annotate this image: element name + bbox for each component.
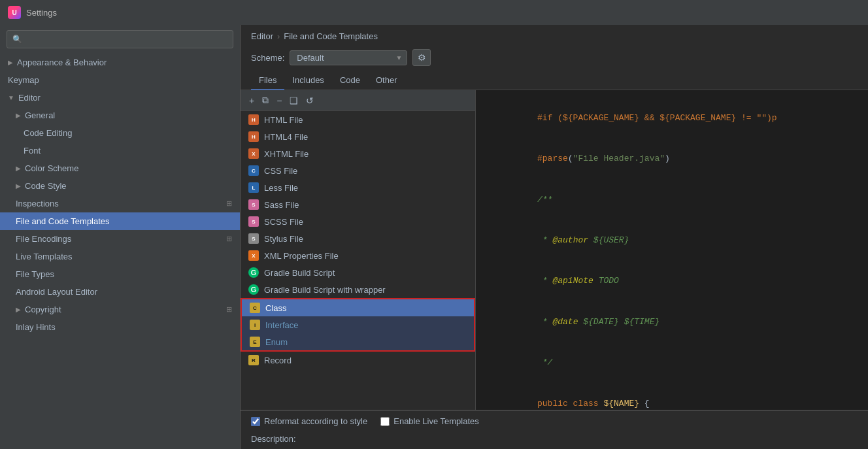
sidebar-item-label: File and Code Templates (16, 216, 110, 226)
sidebar-item-inlay-hints[interactable]: Inlay Hints (0, 318, 240, 336)
sidebar-item-file-and-code-templates[interactable]: File and Code Templates (0, 212, 240, 230)
file-item-less[interactable]: L Less File (241, 179, 475, 196)
sidebar-item-file-encodings[interactable]: File Encodings ⊞ (0, 230, 240, 248)
chevron-right-icon: ▶ (16, 165, 21, 172)
file-item-record[interactable]: R Record (241, 352, 475, 369)
file-item-scss[interactable]: S SCSS File (241, 213, 475, 230)
xhtml-file-icon: X (248, 148, 259, 159)
file-item-css[interactable]: C CSS File (241, 162, 475, 179)
interface-file-icon: I (250, 320, 260, 330)
reset-template-button[interactable]: ↺ (303, 93, 317, 108)
tabs-row: Files Includes Code Other (241, 71, 868, 90)
description-label: Description: (251, 434, 296, 444)
search-input[interactable] (26, 35, 227, 44)
breadcrumb-parent: Editor (251, 31, 273, 41)
content-area: + ⧉ − ❑ ↺ H HTML File H HTML4 File (241, 90, 868, 410)
file-item-label: Stylus File (264, 234, 303, 244)
tab-other[interactable]: Other (368, 71, 405, 90)
sidebar-item-label: Code Style (25, 181, 67, 191)
record-file-icon: R (248, 355, 259, 365)
live-templates-checkbox[interactable] (380, 417, 390, 426)
tab-code[interactable]: Code (332, 71, 368, 90)
file-item-xhtml[interactable]: X XHTML File (241, 145, 475, 162)
sidebar-item-label: General (25, 110, 55, 120)
code-line-7: */ (486, 342, 858, 383)
sidebar-item-color-scheme[interactable]: ▶ Color Scheme (0, 159, 240, 177)
sidebar-item-label: File Encodings (16, 234, 71, 244)
title-bar: U Settings (0, 0, 868, 25)
file-item-html4[interactable]: H HTML4 File (241, 128, 475, 145)
toolbar: + ⧉ − ❑ ↺ (241, 90, 475, 111)
less-file-icon: L (248, 182, 259, 193)
code-line-3: /** (486, 180, 858, 220)
file-item-xml-properties[interactable]: X XML Properties File (241, 247, 475, 264)
reformat-checkbox[interactable] (251, 417, 260, 426)
sidebar-item-file-types[interactable]: File Types (0, 265, 240, 283)
scheme-row: Scheme: Default ▼ ⚙ (241, 45, 868, 71)
tab-files[interactable]: Files (251, 71, 284, 90)
gear-button[interactable]: ⚙ (412, 49, 431, 66)
gradle-wrapper-file-icon: G (248, 284, 259, 295)
sidebar-item-code-editing[interactable]: Code Editing (0, 124, 240, 142)
sidebar-item-inspections[interactable]: Inspections ⊞ (0, 195, 240, 212)
sidebar-item-live-templates[interactable]: Live Templates (0, 248, 240, 265)
sidebar-item-keymap[interactable]: Keymap (0, 71, 240, 89)
file-item-gradle-wrapper[interactable]: G Gradle Build Script with wrapper (241, 281, 475, 298)
selection-group: C Class I Interface E Enum (241, 298, 475, 352)
remove-template-button[interactable]: − (273, 93, 285, 108)
gradle-file-icon: G (248, 267, 259, 278)
sidebar-item-label: Copyright (25, 305, 61, 314)
code-line-4: * @author ${USER} (486, 220, 858, 261)
file-item-stylus[interactable]: S Stylus File (241, 230, 475, 247)
file-item-label: HTML4 File (264, 132, 308, 142)
search-icon: 🔍 (12, 35, 22, 44)
file-item-gradle-build[interactable]: G Gradle Build Script (241, 264, 475, 281)
file-item-label: Gradle Build Script with wrapper (264, 285, 386, 295)
sidebar-item-general[interactable]: ▶ General (0, 107, 240, 124)
html4-file-icon: H (248, 131, 259, 142)
file-item-label: Class (265, 303, 287, 313)
scss-file-icon: S (248, 216, 259, 227)
file-item-label: HTML File (264, 115, 303, 125)
right-panel: Editor › File and Code Templates Scheme:… (241, 25, 868, 449)
sidebar-item-font[interactable]: Font (0, 142, 240, 159)
code-editor[interactable]: #if (${PACKAGE_NAME} && ${PACKAGE_NAME} … (476, 90, 868, 410)
scheme-dropdown[interactable]: Default (290, 50, 407, 65)
search-box[interactable]: 🔍 (7, 30, 233, 48)
description-row: Description: (241, 431, 868, 449)
css-file-icon: C (248, 165, 259, 176)
file-item-class[interactable]: C Class (242, 299, 474, 316)
file-item-label: XHTML File (264, 149, 309, 159)
sidebar-item-copyright[interactable]: ▶ Copyright ⊞ (0, 301, 240, 318)
sidebar-item-code-style[interactable]: ▶ Code Style (0, 177, 240, 195)
breadcrumb-current: File and Code Templates (284, 31, 378, 41)
main-content: 🔍 ▶ Appearance & Behavior Keymap ▼ Edito… (0, 25, 868, 449)
file-item-sass[interactable]: S Sass File (241, 196, 475, 213)
code-line-8: public class ${NAME} { (486, 384, 858, 410)
sidebar-item-editor[interactable]: ▼ Editor (0, 89, 240, 107)
file-item-label: SCSS File (264, 217, 303, 227)
sidebar-item-android-layout-editor[interactable]: Android Layout Editor (0, 283, 240, 301)
live-templates-checkbox-row: Enable Live Templates (380, 416, 479, 426)
sidebar-item-label: Code Editing (24, 128, 72, 138)
file-item-label: CSS File (264, 166, 297, 176)
sidebar-item-label: Keymap (8, 75, 39, 85)
breadcrumb-separator: › (277, 31, 280, 41)
file-item-interface[interactable]: I Interface (242, 316, 474, 333)
scheme-dropdown-wrapper: Default ▼ (290, 50, 407, 65)
copy-template-button[interactable]: ⧉ (259, 93, 272, 108)
add-template-button[interactable]: + (246, 93, 258, 108)
sidebar-item-label: Live Templates (16, 252, 72, 261)
code-line-1: #if (${PACKAGE_NAME} && ${PACKAGE_NAME} … (486, 98, 858, 139)
sidebar-item-appearance[interactable]: ▶ Appearance & Behavior (0, 54, 240, 71)
gear-icon: ⚙ (418, 52, 426, 63)
reformat-checkbox-row: Reformat according to style (251, 416, 367, 426)
live-templates-label: Enable Live Templates (393, 416, 479, 426)
file-item-enum[interactable]: E Enum (242, 333, 474, 350)
file-encodings-badge: ⊞ (226, 235, 232, 243)
file-item-html[interactable]: H HTML File (241, 111, 475, 128)
duplicate-template-button[interactable]: ❑ (286, 93, 301, 108)
inspections-badge: ⊞ (226, 199, 232, 208)
tab-includes[interactable]: Includes (284, 71, 331, 90)
sidebar-item-label: File Types (16, 269, 54, 279)
